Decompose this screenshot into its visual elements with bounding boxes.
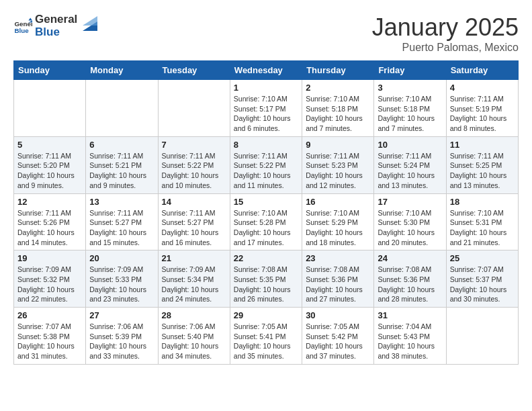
day-info: Sunrise: 7:10 AMSunset: 5:18 PMDaylight:… [378, 94, 442, 134]
day-info: Sunrise: 7:11 AMSunset: 5:21 PMDaylight:… [89, 151, 154, 191]
day-number: 10 [378, 140, 442, 150]
day-number: 15 [234, 197, 298, 207]
calendar-cell: 8Sunrise: 7:11 AMSunset: 5:22 PMDaylight… [230, 136, 302, 193]
weekday-header-friday: Friday [374, 61, 446, 80]
weekday-header-wednesday: Wednesday [230, 61, 302, 80]
day-info: Sunrise: 7:10 AMSunset: 5:17 PMDaylight:… [234, 94, 298, 134]
calendar-cell: 17Sunrise: 7:10 AMSunset: 5:30 PMDayligh… [374, 193, 446, 250]
day-number: 29 [234, 310, 298, 320]
calendar-cell: 11Sunrise: 7:11 AMSunset: 5:25 PMDayligh… [446, 136, 518, 193]
day-number: 22 [234, 253, 298, 263]
day-info: Sunrise: 7:05 AMSunset: 5:42 PMDaylight:… [306, 322, 370, 361]
day-info: Sunrise: 7:11 AMSunset: 5:25 PMDaylight:… [450, 151, 515, 191]
calendar-cell: 15Sunrise: 7:10 AMSunset: 5:28 PMDayligh… [230, 193, 302, 250]
day-number: 6 [89, 140, 154, 150]
day-info: Sunrise: 7:10 AMSunset: 5:18 PMDaylight:… [306, 94, 370, 134]
day-info: Sunrise: 7:11 AMSunset: 5:24 PMDaylight:… [378, 151, 442, 191]
day-number: 25 [450, 253, 515, 263]
calendar-cell [446, 308, 518, 365]
logo-blue-text: Blue [35, 26, 77, 39]
calendar-cell [14, 80, 86, 137]
day-number: 19 [17, 253, 82, 263]
day-info: Sunrise: 7:10 AMSunset: 5:30 PMDaylight:… [378, 208, 442, 248]
weekday-header-sunday: Sunday [14, 61, 86, 80]
day-info: Sunrise: 7:10 AMSunset: 5:29 PMDaylight:… [306, 208, 370, 248]
calendar-week-row-4: 19Sunrise: 7:09 AMSunset: 5:32 PMDayligh… [14, 250, 519, 308]
logo-arrow-icon [83, 16, 97, 31]
calendar-cell: 7Sunrise: 7:11 AMSunset: 5:22 PMDaylight… [158, 136, 230, 193]
calendar-cell: 6Sunrise: 7:11 AMSunset: 5:21 PMDaylight… [86, 136, 158, 193]
day-info: Sunrise: 7:11 AMSunset: 5:27 PMDaylight:… [162, 208, 226, 248]
calendar-week-row-1: 1Sunrise: 7:10 AMSunset: 5:17 PMDaylight… [14, 80, 519, 137]
day-info: Sunrise: 7:07 AMSunset: 5:38 PMDaylight:… [17, 322, 82, 361]
day-number: 17 [378, 197, 442, 207]
calendar-cell: 12Sunrise: 7:11 AMSunset: 5:26 PMDayligh… [14, 193, 86, 250]
title-block: January 2025 Puerto Palomas, Mexico [372, 13, 519, 54]
day-number: 31 [378, 310, 442, 320]
day-number: 7 [162, 140, 226, 150]
day-number: 5 [17, 140, 82, 150]
day-info: Sunrise: 7:07 AMSunset: 5:37 PMDaylight:… [450, 265, 515, 304]
calendar-cell: 10Sunrise: 7:11 AMSunset: 5:24 PMDayligh… [374, 136, 446, 193]
day-number: 27 [89, 310, 154, 320]
location-title: Puerto Palomas, Mexico [372, 42, 519, 54]
calendar-cell: 9Sunrise: 7:11 AMSunset: 5:23 PMDaylight… [302, 136, 374, 193]
day-info: Sunrise: 7:06 AMSunset: 5:40 PMDaylight:… [162, 322, 226, 361]
day-info: Sunrise: 7:05 AMSunset: 5:41 PMDaylight:… [234, 322, 298, 361]
day-info: Sunrise: 7:11 AMSunset: 5:19 PMDaylight:… [450, 94, 515, 134]
day-info: Sunrise: 7:08 AMSunset: 5:36 PMDaylight:… [306, 265, 370, 304]
day-info: Sunrise: 7:09 AMSunset: 5:34 PMDaylight:… [162, 265, 226, 304]
day-info: Sunrise: 7:08 AMSunset: 5:35 PMDaylight:… [234, 265, 298, 304]
day-info: Sunrise: 7:11 AMSunset: 5:20 PMDaylight:… [17, 151, 82, 191]
day-info: Sunrise: 7:06 AMSunset: 5:39 PMDaylight:… [89, 322, 154, 361]
page-header: General Blue General Blue January 2025 P… [13, 13, 519, 54]
calendar-cell: 25Sunrise: 7:07 AMSunset: 5:37 PMDayligh… [446, 250, 518, 308]
month-title: January 2025 [372, 13, 519, 42]
calendar-cell: 4Sunrise: 7:11 AMSunset: 5:19 PMDaylight… [446, 80, 518, 137]
calendar-cell: 18Sunrise: 7:10 AMSunset: 5:31 PMDayligh… [446, 193, 518, 250]
day-info: Sunrise: 7:04 AMSunset: 5:43 PMDaylight:… [378, 322, 442, 361]
day-number: 1 [234, 83, 298, 93]
calendar-cell: 20Sunrise: 7:09 AMSunset: 5:33 PMDayligh… [86, 250, 158, 308]
calendar-cell: 14Sunrise: 7:11 AMSunset: 5:27 PMDayligh… [158, 193, 230, 250]
day-number: 14 [162, 197, 226, 207]
day-number: 8 [234, 140, 298, 150]
weekday-header-thursday: Thursday [302, 61, 374, 80]
day-info: Sunrise: 7:11 AMSunset: 5:23 PMDaylight:… [306, 151, 370, 191]
calendar-cell: 19Sunrise: 7:09 AMSunset: 5:32 PMDayligh… [14, 250, 86, 308]
day-info: Sunrise: 7:11 AMSunset: 5:22 PMDaylight:… [234, 151, 298, 191]
svg-text:Blue: Blue [14, 26, 29, 34]
calendar-cell: 26Sunrise: 7:07 AMSunset: 5:38 PMDayligh… [14, 308, 86, 365]
day-info: Sunrise: 7:09 AMSunset: 5:32 PMDaylight:… [17, 265, 82, 304]
day-info: Sunrise: 7:09 AMSunset: 5:33 PMDaylight:… [89, 265, 154, 304]
day-number: 3 [378, 83, 442, 93]
calendar-cell: 5Sunrise: 7:11 AMSunset: 5:20 PMDaylight… [14, 136, 86, 193]
svg-marker-5 [83, 16, 97, 26]
day-number: 24 [378, 253, 442, 263]
logo-icon: General Blue [13, 17, 32, 36]
day-info: Sunrise: 7:10 AMSunset: 5:31 PMDaylight:… [450, 208, 515, 248]
day-number: 9 [306, 140, 370, 150]
svg-marker-2 [28, 17, 32, 20]
day-number: 16 [306, 197, 370, 207]
day-number: 26 [17, 310, 82, 320]
day-info: Sunrise: 7:11 AMSunset: 5:22 PMDaylight:… [162, 151, 226, 191]
calendar-cell [86, 80, 158, 137]
calendar-cell: 1Sunrise: 7:10 AMSunset: 5:17 PMDaylight… [230, 80, 302, 137]
calendar-cell: 3Sunrise: 7:10 AMSunset: 5:18 PMDaylight… [374, 80, 446, 137]
weekday-header-tuesday: Tuesday [158, 61, 230, 80]
calendar-cell: 21Sunrise: 7:09 AMSunset: 5:34 PMDayligh… [158, 250, 230, 308]
calendar-cell: 16Sunrise: 7:10 AMSunset: 5:29 PMDayligh… [302, 193, 374, 250]
calendar-cell: 2Sunrise: 7:10 AMSunset: 5:18 PMDaylight… [302, 80, 374, 137]
weekday-header-row: SundayMondayTuesdayWednesdayThursdayFrid… [14, 61, 519, 80]
day-info: Sunrise: 7:11 AMSunset: 5:26 PMDaylight:… [17, 208, 82, 248]
calendar-cell: 29Sunrise: 7:05 AMSunset: 5:41 PMDayligh… [230, 308, 302, 365]
calendar-cell: 31Sunrise: 7:04 AMSunset: 5:43 PMDayligh… [374, 308, 446, 365]
day-number: 18 [450, 197, 515, 207]
day-number: 4 [450, 83, 515, 93]
day-number: 11 [450, 140, 515, 150]
day-number: 20 [89, 253, 154, 263]
day-number: 30 [306, 310, 370, 320]
day-info: Sunrise: 7:10 AMSunset: 5:28 PMDaylight:… [234, 208, 298, 248]
day-number: 23 [306, 253, 370, 263]
